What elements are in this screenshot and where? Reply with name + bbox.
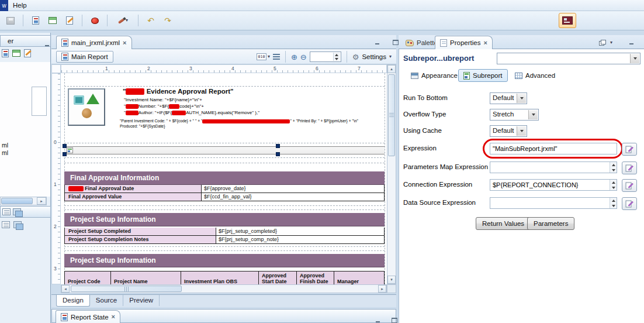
tab-properties[interactable]: Properties × (435, 36, 493, 49)
return-values-button[interactable]: Return Values (476, 217, 531, 230)
report-expression-line[interactable]: "Number: "+$F{code}+"\n"+ (124, 104, 204, 109)
report-logo-image[interactable] (68, 88, 105, 126)
table-header-cell[interactable]: Approved Finish Date (297, 271, 334, 284)
detach-view-button[interactable] (598, 39, 605, 46)
dropdown-arrow[interactable] (517, 126, 526, 136)
table-header-cell[interactable]: Project Name (111, 271, 181, 284)
selection-handle[interactable] (63, 152, 67, 156)
using-cache-select[interactable]: Default (490, 125, 527, 137)
horizontal-scrollbar[interactable]: ◂ ▸ (61, 284, 387, 293)
close-icon[interactable]: × (123, 40, 126, 46)
style-brush-button[interactable]: ▾ (113, 13, 133, 28)
redo-button[interactable]: ↷ (161, 13, 175, 28)
zoom-out-icon[interactable]: ⊖ (300, 53, 307, 61)
layers-view-icon[interactable] (13, 208, 21, 215)
parameters-map-input[interactable] (490, 162, 617, 173)
spinner-arrows[interactable] (333, 53, 340, 61)
dropdown-arrow[interactable] (630, 54, 639, 63)
scroll-left-button[interactable]: ◂ (61, 285, 70, 293)
report-title-text[interactable]: " Evidence Approval Report" (123, 88, 233, 95)
table-header-cell[interactable]: Project Code (64, 271, 111, 284)
scroll-right-button[interactable]: ▸ (378, 285, 386, 293)
element-selector-combo[interactable] (497, 53, 640, 64)
minimize-button[interactable] (44, 41, 51, 47)
row-label-cell[interactable]: Final Approval Date (64, 185, 202, 193)
expression-editor-button[interactable] (622, 162, 637, 174)
table-header-cell[interactable]: Manager (334, 271, 385, 284)
connection-expression-input[interactable] (490, 179, 617, 191)
settings-button[interactable]: Settings (362, 53, 386, 60)
run-to-bottom-select[interactable]: Default (490, 92, 527, 104)
parameters-map-field[interactable] (490, 162, 617, 173)
minimize-button[interactable] (628, 39, 635, 46)
tab-preview[interactable]: Preview (123, 295, 160, 306)
expression-editor-button[interactable] (622, 197, 637, 210)
spinner-arrows[interactable] (610, 198, 617, 208)
subreport-element[interactable] (65, 146, 385, 154)
minimize-button[interactable] (375, 317, 382, 323)
connection-expression-field[interactable] (490, 179, 617, 191)
report-expression-line[interactable]: "Author: "+IF($F{AUTH_NAME}.equals("Remo… (124, 110, 259, 115)
zoom-level-combo[interactable] (310, 51, 341, 62)
dropdown-arrow[interactable] (528, 110, 538, 119)
new-table-button[interactable] (46, 13, 60, 28)
scrollbar-thumb[interactable] (71, 286, 182, 292)
scroll-up-button[interactable]: ▴ (387, 65, 396, 73)
horizontal-scrollbar[interactable]: ▸ (0, 197, 47, 205)
tab-source[interactable]: Source (90, 295, 123, 306)
collapse-all-icon[interactable] (2, 49, 9, 57)
selection-handle[interactable] (276, 144, 280, 148)
table-row[interactable]: Project Setup Completed $F{prj_setup_com… (64, 228, 385, 236)
scroll-right-button[interactable]: ▸ (37, 197, 46, 205)
new-report-button[interactable] (29, 13, 43, 28)
data-source-input[interactable] (490, 197, 617, 209)
report-expression-line[interactable]: "Investment Name: "+$F{name}+"\n"+ (124, 97, 202, 102)
row-value-cell[interactable]: $F{ccd_fin_app_val} (202, 193, 385, 201)
link-editor-icon[interactable] (12, 50, 20, 57)
tree-item[interactable]: ml (2, 142, 8, 149)
row-value-cell[interactable]: $F{prj_setup_comp_note} (216, 236, 385, 244)
section-header-band[interactable]: Final Approval Information (64, 171, 385, 185)
thumbnail-mode-icon[interactable] (13, 221, 22, 228)
close-icon[interactable]: × (483, 40, 487, 46)
selection-handle[interactable] (276, 152, 280, 156)
table-header-row[interactable]: Project Code Project Name Investment Pla… (64, 271, 385, 284)
report-expression-line[interactable]: "Parent Investment Code: " + $F{code} + … (120, 119, 358, 123)
row-label-cell[interactable]: Final Approved Value (64, 193, 202, 201)
parameters-button[interactable]: Parameters (527, 217, 574, 230)
view-menu-button[interactable]: ▾ (610, 40, 612, 45)
scrollbar-thumb[interactable] (388, 74, 395, 156)
selection-handle[interactable] (63, 144, 67, 148)
tree-view-icon[interactable] (2, 208, 11, 215)
design-canvas[interactable]: " Evidence Approval Report" "Investment … (61, 73, 387, 284)
pages-icon[interactable] (273, 54, 280, 60)
edit-report-button[interactable] (63, 13, 77, 28)
undo-button[interactable]: ↶ (144, 13, 158, 28)
report-design-perspective-button[interactable] (559, 13, 576, 28)
section-header-band[interactable]: Project Setup Information (64, 213, 385, 226)
spinner-arrows[interactable] (610, 162, 617, 173)
table-row[interactable]: Final Approved Value $F{ccd_fin_app_val} (64, 193, 385, 201)
vertical-scrollbar[interactable]: ▴ ▾ (387, 64, 396, 284)
tab-main-jrxml[interactable]: main_jrxml.jrxml × (56, 36, 132, 49)
overflow-type-select[interactable]: Stretch (490, 109, 539, 121)
table-header-cell[interactable]: Approved Start Date (259, 271, 297, 284)
section-header-band[interactable]: Project Setup Information (64, 254, 385, 267)
scroll-down-button[interactable]: ▾ (387, 276, 396, 284)
table-row[interactable]: Final Approval Date $F{approve_date} (64, 185, 385, 193)
report-expression-line[interactable]: Produced: "+$F{SysDate} (120, 124, 165, 128)
save-button[interactable] (4, 13, 18, 28)
data-source-field[interactable] (490, 197, 617, 209)
dropdown-arrow[interactable] (517, 94, 526, 103)
close-icon[interactable]: × (112, 314, 115, 320)
row-value-cell[interactable]: $F{prj_setup_completed} (216, 228, 385, 236)
zoom-mode-button[interactable]: 010▾ (257, 53, 270, 60)
expression-editor-button[interactable] (622, 143, 637, 156)
table-header-cell[interactable]: Investment Plan OBS (181, 271, 259, 284)
expression-editor-button[interactable] (622, 179, 637, 192)
row-value-cell[interactable]: $F{approve_date} (202, 185, 385, 193)
main-report-breadcrumb-button[interactable]: Main Report (56, 51, 113, 63)
filter-icon[interactable] (24, 49, 31, 57)
tab-appearance[interactable]: Appearance (406, 69, 463, 82)
tab-report-state[interactable]: Report State × (56, 310, 120, 323)
